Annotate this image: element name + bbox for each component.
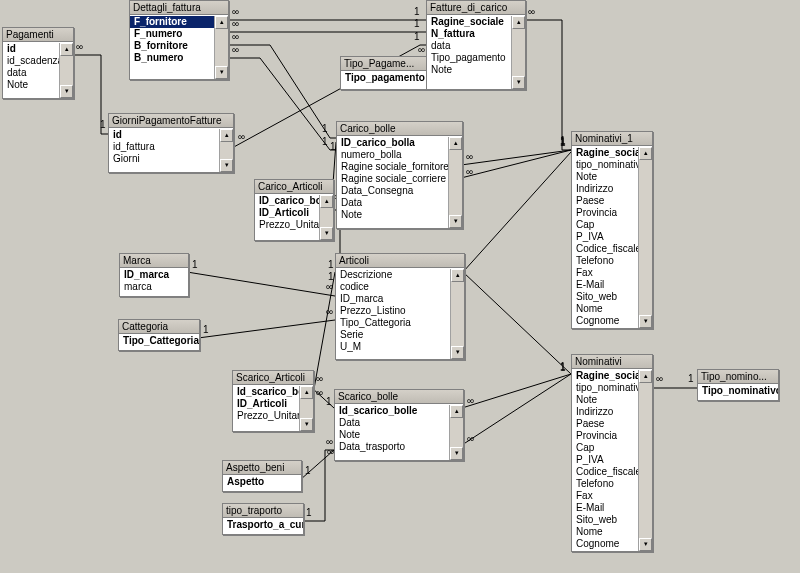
- field[interactable]: Note: [337, 209, 449, 221]
- field[interactable]: ID_marca: [120, 269, 188, 281]
- field[interactable]: Giorni: [109, 153, 220, 165]
- field[interactable]: id_scadenza: [3, 55, 60, 67]
- table-traporto[interactable]: tipo_traportoTrasporto_a_cur: [222, 503, 304, 535]
- table-nom[interactable]: NominativiRagine_socialetipo_nominativoN…: [571, 354, 653, 552]
- field[interactable]: id_fattura: [109, 141, 220, 153]
- table-header[interactable]: Aspetto_beni: [223, 461, 301, 475]
- table-header[interactable]: Tipo_nomino...: [698, 370, 778, 384]
- field[interactable]: Fax: [572, 490, 639, 502]
- relationship-canvas[interactable]: ∞1∞1∞1∞1∞11∞∞1∞1∞11∞1∞∞1∞11∞1∞∞1∞1∞1∞1∞1…: [0, 0, 800, 573]
- table-header[interactable]: Pagamenti: [3, 28, 73, 42]
- table-marca[interactable]: MarcaID_marcamarca: [119, 253, 189, 297]
- table-pagamenti[interactable]: Pagamentiidid_scadenzadataNote▴▾: [2, 27, 74, 99]
- field[interactable]: E-Mail: [572, 279, 639, 291]
- scroll-down-icon[interactable]: ▾: [320, 227, 333, 240]
- scroll-down-icon[interactable]: ▾: [215, 66, 228, 79]
- scrollbar[interactable]: ▴▾: [219, 129, 233, 172]
- table-header[interactable]: Nominativi_1: [572, 132, 652, 146]
- scroll-down-icon[interactable]: ▾: [60, 85, 73, 98]
- scroll-up-icon[interactable]: ▴: [320, 195, 333, 208]
- scrollbar[interactable]: ▴▾: [450, 269, 464, 359]
- field[interactable]: U_M: [336, 341, 451, 353]
- field[interactable]: Fax: [572, 267, 639, 279]
- field[interactable]: Id_scarico_bolle: [233, 386, 300, 398]
- field[interactable]: Data_trasporto: [335, 441, 450, 453]
- field[interactable]: Tipo_nominativo: [698, 385, 778, 397]
- field[interactable]: Serie: [336, 329, 451, 341]
- table-header[interactable]: Dettagli_fattura: [130, 1, 228, 15]
- field[interactable]: tipo_nominativo: [572, 159, 639, 171]
- scroll-up-icon[interactable]: ▴: [451, 269, 464, 282]
- field[interactable]: Cap: [572, 219, 639, 231]
- field[interactable]: Trasporto_a_cur: [223, 519, 303, 531]
- scrollbar[interactable]: ▴▾: [299, 386, 313, 431]
- field[interactable]: Data: [335, 417, 450, 429]
- field[interactable]: Prezzo_Unitario: [233, 410, 300, 422]
- field[interactable]: F_numero: [130, 28, 215, 40]
- field[interactable]: tipo_nominativo: [572, 382, 639, 394]
- field[interactable]: Telefono: [572, 255, 639, 267]
- field[interactable]: Data_Consegna: [337, 185, 449, 197]
- field[interactable]: ID_Articoli: [255, 207, 320, 219]
- table-header[interactable]: Nominativi: [572, 355, 652, 369]
- field[interactable]: E-Mail: [572, 502, 639, 514]
- scroll-up-icon[interactable]: ▴: [449, 137, 462, 150]
- scroll-up-icon[interactable]: ▴: [450, 405, 463, 418]
- field[interactable]: Paese: [572, 418, 639, 430]
- field[interactable]: numero_bolla: [337, 149, 449, 161]
- scroll-down-icon[interactable]: ▾: [300, 418, 313, 431]
- table-tipo_pag[interactable]: Tipo_Pagame...Tipo_pagamento: [340, 56, 427, 90]
- field[interactable]: Indirizzo: [572, 406, 639, 418]
- field[interactable]: Id_scarico_bolle: [335, 405, 450, 417]
- field[interactable]: B_fornitore: [130, 40, 215, 52]
- scroll-up-icon[interactable]: ▴: [215, 16, 228, 29]
- table-header[interactable]: Fatture_di_carico: [427, 1, 525, 15]
- scrollbar[interactable]: ▴▾: [638, 147, 652, 328]
- scroll-up-icon[interactable]: ▴: [60, 43, 73, 56]
- field[interactable]: N_fattura: [427, 28, 512, 40]
- field[interactable]: Tipo_Cattegoria: [119, 335, 199, 347]
- scroll-down-icon[interactable]: ▾: [639, 538, 652, 551]
- field[interactable]: Sito_web: [572, 514, 639, 526]
- field[interactable]: data: [427, 40, 512, 52]
- table-header[interactable]: Scarico_bolle: [335, 390, 463, 404]
- scrollbar[interactable]: ▴▾: [214, 16, 228, 79]
- table-dettagli[interactable]: Dettagli_fatturaF_fornitoreF_numeroB_for…: [129, 0, 229, 80]
- field[interactable]: Ragine_sociale: [427, 16, 512, 28]
- table-header[interactable]: Articoli: [336, 254, 464, 268]
- table-header[interactable]: Scarico_Articoli: [233, 371, 313, 385]
- field[interactable]: Note: [572, 171, 639, 183]
- field[interactable]: Data: [337, 197, 449, 209]
- scroll-down-icon[interactable]: ▾: [450, 447, 463, 460]
- field[interactable]: Indirizzo: [572, 183, 639, 195]
- scrollbar[interactable]: ▴▾: [511, 16, 525, 89]
- field[interactable]: Ragine sociale_fornitore: [337, 161, 449, 173]
- scroll-down-icon[interactable]: ▾: [512, 76, 525, 89]
- field[interactable]: Nome: [572, 303, 639, 315]
- field[interactable]: Tipo_pagamento: [427, 52, 512, 64]
- field[interactable]: Note: [427, 64, 512, 76]
- scrollbar[interactable]: ▴▾: [449, 405, 463, 460]
- field[interactable]: Codice_fiscale: [572, 466, 639, 478]
- field[interactable]: ID_marca: [336, 293, 451, 305]
- scrollbar[interactable]: ▴▾: [448, 137, 462, 228]
- table-articoli[interactable]: ArticoliDescrizionecodiceID_marcaPrezzo_…: [335, 253, 465, 360]
- scrollbar[interactable]: ▴▾: [319, 195, 333, 240]
- scroll-up-icon[interactable]: ▴: [300, 386, 313, 399]
- field[interactable]: B_numero: [130, 52, 215, 64]
- field[interactable]: marca: [120, 281, 188, 293]
- field[interactable]: Cap: [572, 442, 639, 454]
- field[interactable]: Provincia: [572, 430, 639, 442]
- field[interactable]: Note: [3, 79, 60, 91]
- table-categoria[interactable]: CattegoriaTipo_Cattegoria: [118, 319, 200, 351]
- table-header[interactable]: Carico_Articoli: [255, 180, 333, 194]
- scroll-up-icon[interactable]: ▴: [512, 16, 525, 29]
- field[interactable]: Tipo_pagamento: [341, 72, 426, 84]
- scroll-down-icon[interactable]: ▾: [639, 315, 652, 328]
- field[interactable]: Paese: [572, 195, 639, 207]
- table-header[interactable]: GiorniPagamentoFatture: [109, 114, 233, 128]
- field[interactable]: Prezzo_Unitar: [255, 219, 320, 231]
- table-header[interactable]: Cattegoria: [119, 320, 199, 334]
- table-carico_b[interactable]: Carico_bolleID_carico_bollanumero_bollaR…: [336, 121, 463, 229]
- table-scarico_a[interactable]: Scarico_ArticoliId_scarico_bolleID_Artic…: [232, 370, 314, 432]
